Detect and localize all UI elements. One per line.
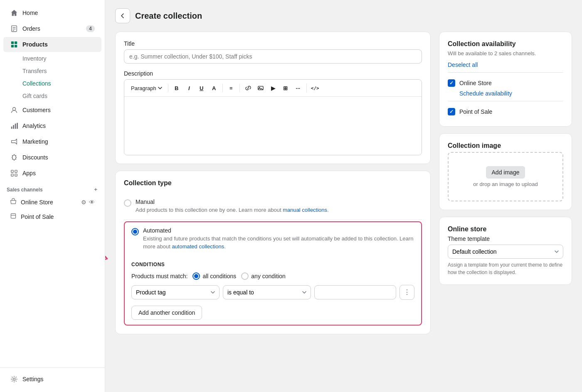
match-label: Products must match: — [131, 273, 187, 279]
all-conditions-label: all conditions — [202, 273, 236, 279]
schedule-availability-link[interactable]: Schedule availability — [459, 90, 563, 97]
sidebar-item-settings[interactable]: Settings — [3, 372, 101, 387]
pos-availability-label: Point of Sale — [459, 108, 492, 115]
sidebar-sub-item-collections[interactable]: Collections — [3, 78, 101, 89]
all-conditions-option[interactable]: all conditions — [192, 272, 236, 280]
sidebar-item-label: Apps — [22, 170, 36, 176]
pos-checkbox[interactable] — [448, 108, 455, 115]
sidebar-item-discounts[interactable]: Discounts — [3, 150, 101, 165]
any-condition-radio[interactable] — [241, 272, 249, 280]
sidebar-channel-point-of-sale[interactable]: Point of Sale — [3, 210, 101, 223]
theme-template-select[interactable]: Default collection Custom collection — [448, 245, 563, 259]
source-button[interactable]: </> — [309, 82, 321, 94]
sidebar-item-label: Products — [22, 41, 48, 48]
availability-title: Collection availability — [448, 40, 563, 48]
add-image-button[interactable]: Add image — [486, 166, 525, 179]
sidebar-item-label: Analytics — [22, 122, 46, 129]
pink-arrow — [105, 238, 124, 271]
manual-option[interactable]: Manual Add products to this collection o… — [124, 194, 422, 220]
pos-checkbox-row: Point of Sale — [448, 105, 563, 118]
image-button[interactable] — [255, 82, 266, 94]
sidebar-item-analytics[interactable]: Analytics — [3, 118, 101, 133]
align-button[interactable]: ≡ — [225, 82, 237, 94]
underline-button[interactable]: U — [196, 82, 207, 94]
rte-body[interactable] — [124, 97, 422, 155]
sidebar-item-orders[interactable]: Orders 4 — [3, 21, 101, 36]
svg-rect-14 — [15, 170, 17, 172]
condition-value-input[interactable] — [314, 285, 396, 299]
sidebar-channel-online-store[interactable]: Online Store ⚙ 👁 — [3, 195, 101, 209]
pos-icon — [10, 213, 17, 220]
page-title: Create collection — [135, 11, 202, 21]
orders-badge: 4 — [86, 25, 95, 32]
title-label: Title — [124, 40, 422, 47]
manual-link[interactable]: manual collections — [283, 207, 327, 213]
sidebar: Home Orders 4 Products Inventory Transfe… — [0, 0, 105, 392]
add-sales-channel-button[interactable]: ＋ — [93, 186, 98, 193]
pos-label: Point of Sale — [21, 213, 54, 220]
any-condition-label: any condition — [251, 273, 286, 279]
sidebar-sub-item-transfers[interactable]: Transfers — [3, 65, 101, 77]
color-button[interactable]: A — [208, 82, 220, 94]
table-button[interactable]: ⊞ — [280, 82, 291, 94]
sidebar-item-customers[interactable]: Customers — [3, 103, 101, 118]
online-store-view-icon[interactable]: 👁 — [89, 199, 95, 206]
online-store-icon — [10, 198, 17, 206]
italic-button[interactable]: I — [183, 82, 195, 94]
sidebar-item-apps[interactable]: Apps — [3, 166, 101, 181]
gift-cards-label: Gift cards — [22, 93, 47, 99]
sidebar-item-home[interactable]: Home — [3, 5, 101, 20]
rte-divider-3 — [239, 84, 240, 92]
svg-point-19 — [13, 378, 15, 380]
online-store-availability-label: Online Store — [459, 80, 492, 86]
svg-rect-5 — [15, 42, 17, 44]
online-store-settings-icon[interactable]: ⚙ — [81, 199, 86, 206]
svg-rect-4 — [11, 42, 14, 44]
manual-label: Manual — [136, 198, 329, 205]
condition-action-button[interactable]: ⋮ — [400, 285, 414, 300]
settings-section: Settings — [0, 368, 105, 387]
online-store-checkbox[interactable] — [448, 79, 455, 87]
online-store-checkbox-row: Online Store — [448, 77, 563, 89]
manual-radio[interactable] — [124, 199, 131, 207]
link-button[interactable] — [242, 82, 254, 94]
theme-template-desc: Assign a template from your current them… — [448, 261, 563, 276]
sidebar-item-products[interactable]: Products — [3, 37, 101, 52]
all-conditions-radio[interactable] — [192, 272, 200, 280]
svg-rect-6 — [11, 45, 14, 47]
add-condition-button[interactable]: Add another condition — [131, 306, 202, 320]
video-button[interactable]: ▶ — [267, 82, 279, 94]
title-description-card: Title Description Paragraph B I U A — [115, 32, 431, 164]
svg-rect-7 — [15, 45, 17, 47]
sidebar-sub-item-inventory[interactable]: Inventory — [3, 53, 101, 64]
automated-radio[interactable] — [131, 228, 139, 235]
rte-divider — [168, 84, 168, 92]
transfers-label: Transfers — [22, 68, 47, 74]
discounts-icon — [10, 153, 18, 162]
svg-rect-16 — [15, 174, 17, 176]
any-condition-option[interactable]: any condition — [241, 272, 286, 280]
condition-operator-select[interactable]: is equal to is not equal to contains doe… — [223, 285, 311, 299]
svg-rect-13 — [11, 170, 13, 172]
image-upload-area[interactable]: Add image or drop an image to upload — [448, 152, 563, 201]
automated-link[interactable]: automated collections — [172, 243, 224, 250]
condition-type-select[interactable]: Product tag Product title Product type P… — [131, 285, 219, 299]
deselect-all-link[interactable]: Deselect all — [448, 61, 478, 68]
more-button[interactable]: ··· — [292, 82, 304, 94]
rte-wrapper: Paragraph B I U A ≡ — [124, 79, 422, 155]
bold-button[interactable]: B — [171, 82, 182, 94]
page-header: Create collection — [115, 8, 572, 23]
title-input[interactable] — [124, 49, 422, 64]
paragraph-select[interactable]: Paragraph — [128, 83, 165, 93]
sidebar-sub-item-gift-cards[interactable]: Gift cards — [3, 90, 101, 102]
sidebar-item-marketing[interactable]: Marketing — [3, 134, 101, 149]
settings-icon — [10, 375, 18, 383]
automated-option[interactable]: Automated Existing and future products t… — [131, 227, 414, 255]
home-icon — [10, 9, 18, 17]
collection-type-card: Collection type Manual Add products to t… — [115, 171, 431, 334]
availability-card: Collection availability Will be availabl… — [439, 32, 572, 127]
drop-text: or drop an image to upload — [455, 181, 556, 187]
rte-divider-2 — [222, 84, 223, 92]
back-button[interactable] — [115, 8, 130, 23]
customers-icon — [10, 106, 18, 114]
